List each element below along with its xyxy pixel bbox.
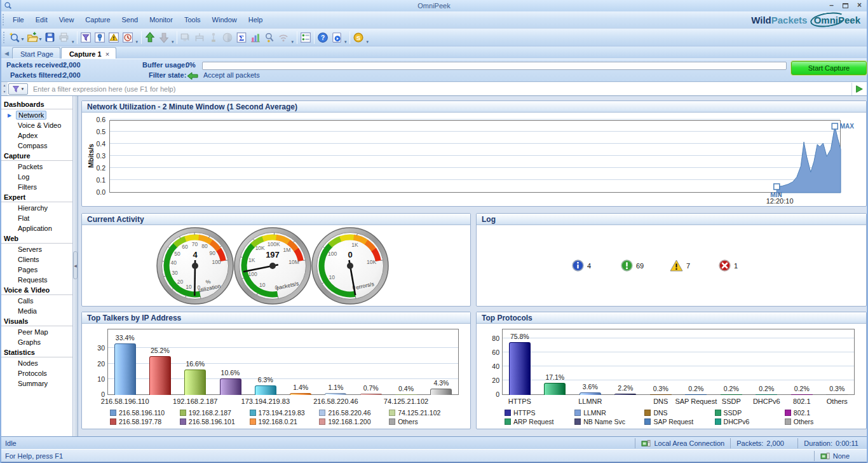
sidebar-item-pages[interactable]: Pages (1, 265, 72, 275)
sidebar-item-flat[interactable]: Flat (1, 213, 72, 223)
sidebar-item-clients[interactable]: Clients (1, 254, 72, 265)
apply-filter-button[interactable] (851, 83, 865, 95)
y-tick-label: 60 (480, 349, 499, 356)
legend-label: 216.58.196.110 (119, 409, 165, 417)
menu-tools[interactable]: Tools (179, 13, 207, 26)
top-talkers-title: Top Talkers by IP Address (82, 312, 470, 324)
filter-state-arrow-icon (187, 72, 198, 81)
splitter-collapse-handle[interactable]: ◀ (73, 251, 78, 279)
legend-swatch (180, 410, 186, 416)
menu-file[interactable]: File (7, 13, 30, 26)
sidebar-item-apdex[interactable]: Apdex (1, 130, 72, 141)
packets-filtered-value: 2,000 (63, 71, 81, 79)
options-button[interactable] (299, 31, 313, 45)
bar-ssdp (721, 394, 742, 395)
pie-chart-button[interactable] (220, 31, 234, 45)
filter-menu-button[interactable]: ▼ (8, 83, 28, 95)
menu-monitor[interactable]: Monitor (144, 13, 179, 26)
network-utilization-panel: Network Utilization - 2 Minute Window (1… (81, 100, 867, 207)
sidebar-splitter[interactable]: ◀ (73, 96, 78, 436)
bar-dhcpv6 (756, 394, 777, 395)
menu-view[interactable]: View (53, 13, 80, 26)
minimize-button[interactable]: – (829, 1, 834, 10)
license-coin-button[interactable]: S (351, 31, 365, 45)
bar-arp-request (544, 383, 566, 395)
network-utilization-chart: 0.00.10.20.30.40.50.6Mbits/sMINMAX12:20:… (82, 113, 866, 206)
summary-sigma-button[interactable]: Σ (234, 31, 248, 45)
hierarchy-button[interactable] (193, 31, 207, 45)
sidebar-item-label: Filters (18, 183, 37, 191)
timeline-button[interactable] (121, 31, 135, 45)
menu-window[interactable]: Window (207, 13, 243, 26)
close-button[interactable]: × (857, 1, 862, 10)
sidebar-item-filters[interactable]: Filters (1, 182, 72, 192)
y-tick-label: 0.5 (86, 128, 105, 135)
find-pattern-button[interactable] (262, 31, 276, 45)
peer-map-button[interactable] (207, 31, 220, 45)
filter-state-value[interactable]: Accept all packets (203, 71, 260, 79)
sidebar-item-application[interactable]: Application (1, 223, 72, 233)
sidebar-item-label: Flat (18, 214, 29, 222)
filter-window-button[interactable] (79, 31, 93, 45)
graphs-button[interactable] (248, 31, 262, 45)
receive-packets-button[interactable] (157, 31, 171, 45)
nodes-button[interactable] (179, 31, 193, 45)
print-button[interactable] (57, 31, 71, 45)
sidebar-item-protocols[interactable]: Protocols (1, 368, 72, 378)
adapter-name: Local Area Connection (654, 439, 724, 447)
help-button[interactable]: ? (316, 31, 330, 45)
sidebar-item-hierarchy[interactable]: Hierarchy (1, 203, 72, 213)
bar-value-label: 17.1% (545, 373, 564, 381)
packet-list-button[interactable] (93, 31, 107, 45)
tab-close-icon[interactable]: × (105, 50, 109, 58)
tab-capture-1[interactable]: Capture 1× (61, 47, 116, 59)
svg-text:100K: 100K (268, 241, 280, 247)
sidebar-item-packets[interactable]: Packets (1, 162, 72, 172)
open-file-button[interactable] (25, 31, 39, 45)
activity-gauges: 01020304050607080901004%utilization01010… (82, 225, 470, 306)
legend-swatch (785, 418, 791, 425)
menu-help[interactable]: Help (243, 13, 269, 26)
sidebar-item-calls[interactable]: Calls (1, 296, 72, 306)
start-page-button[interactable] (330, 31, 344, 45)
sidebar-item-nodes[interactable]: Nodes (1, 358, 72, 368)
log-count-warning: 7 (670, 259, 690, 272)
legend-item: LLMNR (574, 409, 644, 417)
wireless-button[interactable] (276, 31, 290, 45)
menu-send[interactable]: Send (116, 13, 144, 26)
restore-button[interactable] (843, 3, 848, 8)
filter-expression-input[interactable]: Enter a filter expression here (use F1 f… (33, 85, 175, 93)
sidebar-item-network[interactable]: ▶Network (1, 110, 72, 120)
start-capture-button[interactable]: Start Capture (791, 61, 867, 75)
network-dashboard: Network Utilization - 2 Minute Window (1… (78, 96, 867, 436)
new-capture-dropdown[interactable]: ▼ (20, 37, 25, 41)
sidebar-item-servers[interactable]: Servers (1, 244, 72, 254)
sidebar-item-log[interactable]: Log (1, 172, 72, 182)
sidebar-item-graphs[interactable]: Graphs (1, 337, 72, 347)
sidebar-item-requests[interactable]: Requests (1, 275, 72, 285)
top-protocols-panel: Top Protocols 02040608075.8%17.1%3.6%2.2… (476, 312, 867, 429)
menu-edit[interactable]: Edit (30, 13, 53, 26)
x-category-label: 216.58.220.46 (313, 397, 358, 405)
sidebar-item-peer-map[interactable]: Peer Map (1, 327, 72, 337)
alerts-button[interactable] (107, 31, 121, 45)
sidebar-item-voice---video[interactable]: Voice & Video (1, 120, 72, 130)
new-capture-button[interactable] (8, 31, 22, 45)
filter-spinner[interactable]: ▲▼ (1, 82, 8, 95)
x-category-label: HTTPS (508, 397, 531, 405)
gridline (503, 338, 854, 338)
sidebar-item-media[interactable]: Media (1, 306, 72, 316)
legend-label: NB Name Svc (583, 418, 625, 425)
menu-capture[interactable]: Capture (79, 13, 116, 26)
gauge-packets-s: 0101001K10K100K1M10M197packets/s (233, 226, 312, 305)
top-protocols-chart: 02040608075.8%17.1%3.6%2.2%0.3%0.2%0.2%0… (477, 324, 866, 429)
tab-scroll-left-icon[interactable]: ◀ (3, 50, 12, 59)
sidebar-item-summary[interactable]: Summary (1, 378, 72, 389)
packets-filtered-label: Packets filtered: (10, 71, 64, 79)
open-dropdown[interactable]: ▼ (38, 37, 43, 41)
svg-text:10: 10 (259, 282, 266, 288)
send-packets-button[interactable] (143, 31, 157, 45)
save-button[interactable] (43, 31, 57, 45)
tab-start-page[interactable]: Start Page (12, 47, 60, 59)
sidebar-item-compass[interactable]: Compass (1, 141, 72, 151)
